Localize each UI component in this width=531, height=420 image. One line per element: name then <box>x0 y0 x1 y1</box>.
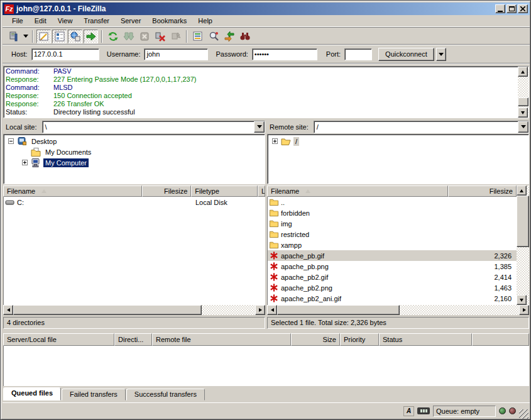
toggle-local-treeview-button[interactable] <box>52 30 67 43</box>
refresh-icon <box>107 31 119 42</box>
remote-file-row[interactable]: img <box>268 218 517 229</box>
log-line: Command:MLSD <box>4 84 518 92</box>
scrollbar-thumb[interactable] <box>517 196 529 247</box>
toggle-message-log-button[interactable] <box>36 30 51 43</box>
toggle-remote-treeview-button[interactable] <box>68 30 82 43</box>
refresh-button[interactable] <box>106 30 120 43</box>
reconnect-button[interactable] <box>168 30 183 43</box>
host-label: Host: <box>11 50 28 58</box>
local-horizontal-scrollbar[interactable] <box>3 305 265 315</box>
remote-file-row[interactable]: forbidden <box>268 207 517 218</box>
maximize-button[interactable] <box>506 4 517 13</box>
expand-icon[interactable] <box>22 160 28 165</box>
menu-edit[interactable]: Edit <box>29 16 52 26</box>
titlebar[interactable]: Fz john@127.0.0.1 - FileZilla <box>3 3 530 15</box>
queue-column-direction[interactable]: Directi... <box>114 333 152 346</box>
column-header-filename[interactable]: Filename <box>3 185 142 197</box>
remote-site-combobox[interactable]: / <box>314 121 529 133</box>
scrollbar-thumb[interactable] <box>13 305 202 315</box>
site-manager-dropdown[interactable] <box>21 30 30 43</box>
directory-listing-filters-button[interactable] <box>190 30 205 43</box>
quickconnect-button[interactable]: Quickconnect <box>378 48 434 61</box>
log-line: Response:227 Entering Passive Mode (127,… <box>4 75 518 84</box>
quickconnect-dropdown[interactable] <box>436 48 446 61</box>
column-header-filesize[interactable]: Filesize <box>142 185 191 197</box>
expand-icon[interactable] <box>272 138 278 144</box>
synchronized-browsing-button[interactable] <box>222 30 236 43</box>
resize-grip[interactable] <box>519 409 528 419</box>
queue-column-server-local-file[interactable]: Server/Local file <box>3 333 114 346</box>
disconnect-icon <box>155 31 166 42</box>
filezilla-window: Fz john@127.0.0.1 - FileZilla File Edit … <box>0 0 531 420</box>
menu-transfer[interactable]: Transfer <box>78 16 115 26</box>
tab-successful-transfers[interactable]: Successful transfers <box>126 389 205 401</box>
scroll-up-button[interactable] <box>517 185 527 196</box>
cancel-icon <box>139 31 150 42</box>
tab-failed-transfers[interactable]: Failed transfers <box>62 389 126 401</box>
disconnect-button[interactable] <box>153 30 167 43</box>
remote-file-row[interactable]: apache_pb2_ani.gif 2,160 <box>268 293 517 304</box>
remote-file-row[interactable]: restricted <box>268 229 517 240</box>
column-header-filename[interactable]: Filename <box>267 185 448 197</box>
scroll-down-button[interactable] <box>517 295 527 305</box>
scroll-left-button[interactable] <box>3 305 13 315</box>
scroll-left-button[interactable] <box>267 305 277 315</box>
queue-column-priority[interactable]: Priority <box>340 333 379 346</box>
host-input[interactable] <box>31 48 99 60</box>
remote-file-row[interactable]: apache_pb.png 1,385 <box>268 261 517 272</box>
menu-help[interactable]: Help <box>192 16 218 26</box>
toggle-transfer-queue-button[interactable] <box>84 30 98 43</box>
menu-server[interactable]: Server <box>115 16 146 26</box>
remote-site-dropdown[interactable] <box>518 121 528 133</box>
collapse-icon[interactable] <box>8 138 14 144</box>
queue-column-status[interactable]: Status <box>379 333 472 346</box>
cancel-operation-button[interactable] <box>137 30 151 43</box>
local-site-dropdown[interactable] <box>254 121 265 133</box>
local-site-combobox[interactable]: \ <box>42 121 265 133</box>
column-header-filesize[interactable]: Filesize <box>448 185 517 197</box>
remote-horizontal-scrollbar[interactable] <box>267 305 529 315</box>
image-file-icon <box>269 294 279 303</box>
tab-queued-files[interactable]: Queued files <box>3 387 61 401</box>
menu-file[interactable]: File <box>6 16 29 26</box>
remote-file-row-selected[interactable]: apache_pb.gif 2,326 <box>268 250 517 261</box>
remote-file-row[interactable]: .. <box>268 197 517 207</box>
find-files-button[interactable] <box>238 30 252 43</box>
minimize-button[interactable] <box>495 4 505 13</box>
scroll-right-button[interactable] <box>255 305 265 315</box>
scrollbar-thumb[interactable] <box>518 97 528 106</box>
queue-list[interactable] <box>3 346 529 386</box>
file-name: apache_pb.png <box>281 263 451 270</box>
remote-file-row[interactable]: xampp <box>268 240 517 250</box>
tree-item-my-documents[interactable]: My Documents <box>4 146 265 157</box>
tree-item-my-computer[interactable]: My Computer <box>4 157 265 168</box>
tree-item-root[interactable]: / <box>268 136 528 146</box>
username-input[interactable] <box>144 48 208 60</box>
column-header-filetype[interactable]: Filetype <box>191 185 258 197</box>
menu-bookmarks[interactable]: Bookmarks <box>146 16 192 26</box>
port-input[interactable] <box>344 48 372 60</box>
queue-column-remote-file[interactable]: Remote file <box>152 333 291 346</box>
remote-vertical-scrollbar[interactable] <box>517 185 529 305</box>
queue-column-size[interactable]: Size <box>291 333 340 346</box>
column-header-lastmodified[interactable]: L <box>258 185 265 197</box>
process-queue-button[interactable] <box>121 30 136 43</box>
local-file-row[interactable]: C: Local Disk <box>4 197 265 207</box>
close-button[interactable] <box>518 4 528 13</box>
remote-file-list: Filename Filesize .. forbidden <box>267 185 529 316</box>
site-manager-button[interactable] <box>6 30 21 43</box>
log-scrollbar[interactable] <box>518 67 528 118</box>
tree-item-desktop[interactable]: Desktop <box>4 136 265 146</box>
local-file-list: Filename Filesize Filetype L C: Local Di… <box>3 185 265 316</box>
folder-icon <box>269 219 279 228</box>
scroll-up-button[interactable] <box>518 67 528 77</box>
scrollbar-thumb[interactable] <box>277 305 400 315</box>
scroll-down-button[interactable] <box>518 108 528 118</box>
directory-comparison-button[interactable] <box>206 30 221 43</box>
password-input[interactable] <box>252 48 317 60</box>
remote-file-row[interactable]: apache_pb2.gif 2,414 <box>268 272 517 282</box>
scroll-right-button[interactable] <box>519 305 529 315</box>
menu-view[interactable]: View <box>52 16 79 26</box>
file-name: forbidden <box>281 209 451 217</box>
remote-file-row[interactable]: apache_pb2.png 1,463 <box>268 282 517 293</box>
